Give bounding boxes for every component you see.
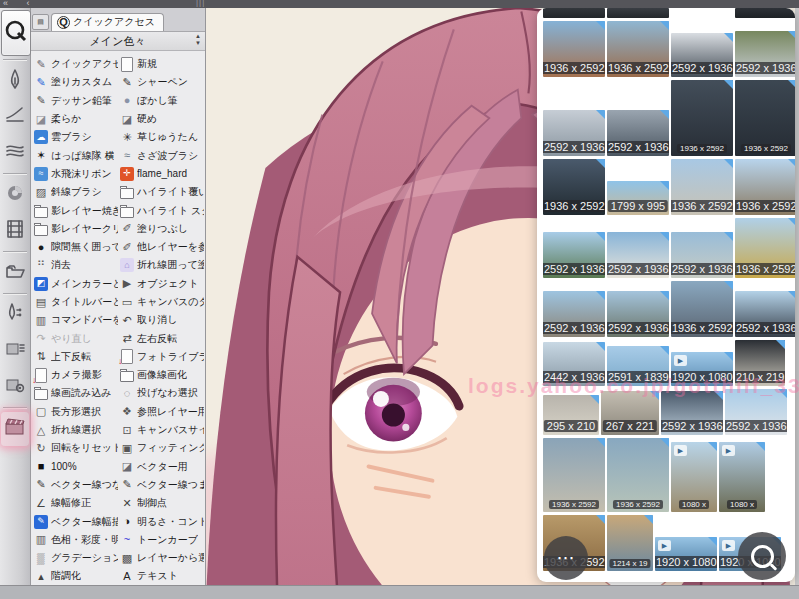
quick-access-item[interactable]: ハイライト覆い焼き: [118, 183, 204, 201]
quick-access-item[interactable]: ●ぼかし筆: [118, 92, 204, 110]
quick-access-item[interactable]: ■100%: [32, 458, 118, 476]
photo-thumbnail[interactable]: 1936 x 2592: [607, 21, 669, 77]
quick-access-item[interactable]: ❖参照レイヤー用選択: [118, 403, 204, 421]
quick-access-item[interactable]: ✎ベクター線つなぎ: [32, 476, 118, 494]
quick-access-item[interactable]: ⇅上下反転: [32, 348, 118, 366]
photo-thumbnail[interactable]: 2592 x 1936: [607, 232, 669, 278]
quick-access-item[interactable]: ✎クイックアクセス設: [32, 55, 118, 73]
quick-access-item[interactable]: ☁雲ブラシ: [32, 128, 118, 146]
photo-thumbnail[interactable]: 2592 x 1936: [543, 110, 605, 156]
quick-access-item[interactable]: ◌投げなわ選択: [118, 384, 204, 402]
photo-thumbnail[interactable]: 2592 x 1936: [607, 291, 669, 337]
quick-access-item[interactable]: ▶オブジェクト: [118, 275, 204, 293]
quick-access-item[interactable]: ↶取り消し: [118, 311, 204, 329]
photo-thumbnail[interactable]: 1214 x 19: [607, 515, 653, 571]
quick-access-item[interactable]: Aテキスト: [118, 567, 204, 585]
photo-thumbnail[interactable]: 2592 x 1936: [671, 33, 733, 77]
photo-thumbnail[interactable]: 1936 x 2592: [543, 438, 605, 512]
quick-access-item[interactable]: ∠線幅修正: [32, 494, 118, 512]
quick-access-item[interactable]: ✐塗りつぶし: [118, 220, 204, 238]
photo-thumbnail[interactable]: 2592 x 1936: [735, 291, 795, 337]
quick-access-item[interactable]: 影レイヤークリッピ: [32, 220, 118, 238]
collapse-arrows-icon[interactable]: « ‹: [3, 0, 38, 7]
quick-access-item[interactable]: △折れ線選択: [32, 421, 118, 439]
panel-grip-icon[interactable]: |||: [196, 0, 205, 7]
quick-access-item[interactable]: ◪柔らか: [32, 110, 118, 128]
photo-thumbnail[interactable]: 1936 x 2592: [543, 21, 605, 77]
quick-access-item[interactable]: ▢長方形選択: [32, 403, 118, 421]
photo-thumbnail[interactable]: [543, 8, 605, 18]
photo-thumbnail[interactable]: 2591 x 1839: [607, 346, 669, 386]
quick-access-item[interactable]: ≈水飛沫リボン: [32, 165, 118, 183]
pen-settings-tool-button[interactable]: [1, 298, 29, 332]
photo-thumbnail[interactable]: 2592 x 1936: [725, 389, 787, 435]
photo-thumbnail[interactable]: 2592 x 1936: [735, 31, 795, 77]
quick-access-item[interactable]: ⊡キャンバスサイズを変: [118, 421, 204, 439]
quick-access-item[interactable]: ◩メインカラーと透明: [32, 275, 118, 293]
photo-thumbnail[interactable]: 1936 x 2592: [543, 159, 605, 215]
photo-thumbnail[interactable]: 295 x 210: [543, 395, 599, 435]
photo-thumbnail[interactable]: 2592 x 1936: [607, 110, 669, 156]
photo-thumbnail[interactable]: 1936 x 2592: [671, 159, 733, 215]
quick-access-item[interactable]: ⠛消去: [32, 256, 118, 274]
quick-access-item[interactable]: ✎シャーペン: [118, 73, 204, 91]
layers-tool-button[interactable]: [1, 136, 29, 170]
photo-thumbnail[interactable]: ▶1080 x: [719, 442, 765, 512]
pen-tool-button[interactable]: [1, 64, 29, 98]
quick-access-item[interactable]: ✎ベクター線つまみ: [118, 476, 204, 494]
quick-access-item[interactable]: ~トーンカーブ: [118, 531, 204, 549]
quick-access-item[interactable]: 影レイヤー焼き込み: [32, 201, 118, 219]
photo-thumbnail[interactable]: 1936 x 2592: [671, 80, 733, 156]
more-options-button[interactable]: ⋯: [544, 536, 588, 580]
quick-access-item[interactable]: ▴階調化: [32, 567, 118, 585]
tab-quick-access[interactable]: Q クイックアクセス: [51, 13, 164, 31]
photo-thumbnail[interactable]: 2592 x 1936: [543, 232, 605, 278]
photo-thumbnail[interactable]: ▶1920 x 1080: [671, 352, 733, 386]
quick-access-item[interactable]: ⇄左右反転: [118, 329, 204, 347]
photo-thumbnail[interactable]: 1936 x 2592: [735, 80, 795, 156]
palette-menu-button[interactable]: ▤: [32, 14, 49, 30]
photo-thumbnail[interactable]: ▶1920 x 1080: [655, 537, 717, 571]
quick-access-item[interactable]: ↓フォトライブラリか: [118, 348, 204, 366]
photo-thumbnail[interactable]: 2592 x 1936: [543, 291, 605, 337]
set-spinner-icon[interactable]: ▲▼: [195, 33, 201, 47]
quick-access-item[interactable]: ✶はっぱ線隊 横: [32, 146, 118, 164]
folder-tool-button[interactable]: [1, 256, 29, 290]
photo-thumbnail[interactable]: 1936 x 2592: [735, 218, 795, 278]
image-list-tool-button[interactable]: [1, 334, 29, 368]
photo-thumbnail[interactable]: 1799 x 995: [607, 181, 669, 215]
photo-thumbnail[interactable]: 2442 x 1936: [543, 342, 605, 386]
gradient-tool-button[interactable]: [1, 178, 29, 212]
quick-access-button[interactable]: [1, 10, 31, 56]
photo-thumbnail[interactable]: ▶1080 x: [671, 442, 717, 512]
quick-access-item[interactable]: ハイライト スクリー: [118, 201, 204, 219]
quick-access-item[interactable]: ▥コマンドバーを表示: [32, 311, 118, 329]
search-button[interactable]: [738, 532, 786, 580]
quick-access-item[interactable]: ▣フィッティング: [118, 439, 204, 457]
quick-access-item[interactable]: ●隙間無く囲って塗る: [32, 238, 118, 256]
quick-access-item[interactable]: ◪ベクター用: [118, 458, 204, 476]
quick-access-item[interactable]: ≈さざ波ブラシ: [118, 146, 204, 164]
photo-thumbnail[interactable]: 1936 x 2592: [735, 159, 795, 215]
quick-access-item[interactable]: ✕制御点: [118, 494, 204, 512]
photo-thumbnail[interactable]: 2592 x 1936: [661, 391, 723, 435]
quick-access-item[interactable]: ✐他レイヤーを参照: [118, 238, 204, 256]
quick-access-item[interactable]: ⌂折れ線囲って塗る: [118, 256, 204, 274]
quick-access-set-header[interactable]: メイン色々 ▲▼: [30, 32, 205, 51]
clapperboard-tool-button[interactable]: [1, 412, 29, 446]
quick-access-item[interactable]: ▭キャンバスのタブを: [118, 293, 204, 311]
photo-thumbnail[interactable]: [735, 8, 795, 18]
quick-access-item[interactable]: ◑明るさ・コントラスト: [118, 512, 204, 530]
quick-access-item[interactable]: ✎ベクター線幅描き直: [32, 512, 118, 530]
quick-access-item[interactable]: ▩レイヤーから選択範: [118, 549, 204, 567]
photo-thumbnail[interactable]: 210 x 219: [735, 340, 785, 386]
photo-thumbnail[interactable]: [607, 8, 669, 18]
quick-access-item[interactable]: 画像線画化: [118, 366, 204, 384]
quick-access-item[interactable]: 線画読み込み: [32, 384, 118, 402]
quick-access-item[interactable]: 新規: [118, 55, 204, 73]
quick-access-item[interactable]: ✛flame_hard: [118, 165, 204, 183]
quick-access-item[interactable]: ▤タイトルバーとメニ: [32, 293, 118, 311]
photo-thumbnail[interactable]: 1936 x 2592: [671, 281, 733, 337]
photo-thumbnail[interactable]: 267 x 221: [601, 391, 659, 435]
quick-access-item[interactable]: ◪硬め: [118, 110, 204, 128]
